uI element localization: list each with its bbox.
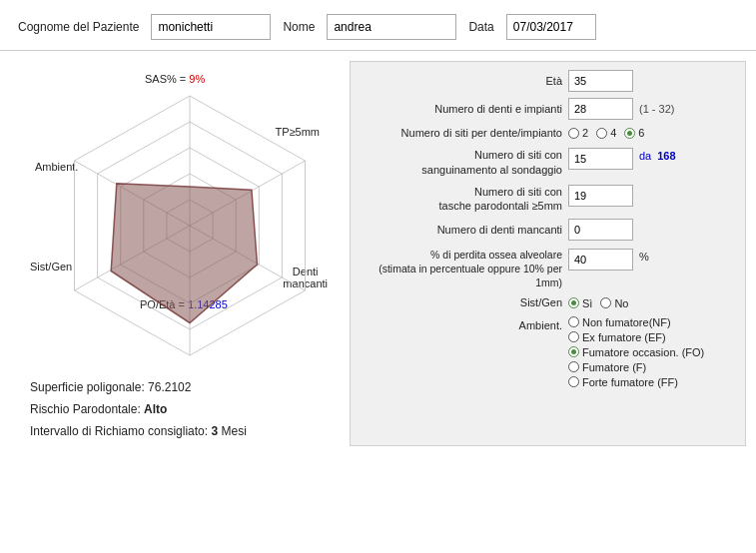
smoke-radio-fo[interactable]: [568, 346, 579, 357]
sistgen-radio-no[interactable]: [600, 297, 611, 308]
smoking-options: Non fumatore(NF) Ex fumatore (EF) Fumato…: [568, 316, 704, 388]
denti-impianti-hint: (1 - 32): [639, 103, 674, 115]
smoke-radio-nf[interactable]: [568, 316, 579, 327]
ambient-form-label: Ambient.: [363, 316, 562, 332]
smoke-option-nf[interactable]: Non fumatore(NF): [568, 316, 704, 328]
tasche-input[interactable]: [568, 185, 633, 207]
sistgen-option-si[interactable]: Sì: [568, 297, 592, 309]
siti-row: Numero di siti per dente/impianto 2 4 6: [363, 126, 733, 140]
percent-sign: %: [639, 251, 649, 263]
mancanti-form-label: Numero di denti mancanti: [363, 223, 562, 237]
smoke-radio-ef[interactable]: [568, 331, 579, 342]
data-label: Data: [468, 20, 493, 34]
rischio-value: Alto: [144, 402, 167, 416]
superficie-value: 76.2102: [148, 380, 191, 394]
mancanti-input[interactable]: [568, 219, 633, 241]
denti-impianti-row: Numero di denti e impianti (1 - 32): [363, 98, 733, 120]
eta-label: Età: [363, 74, 562, 88]
sistgen-option-no[interactable]: No: [600, 297, 628, 309]
siti-radio-6[interactable]: [624, 128, 635, 139]
sistgen-label-si: Sì: [582, 297, 592, 309]
perdita-label: % di perdita ossea alveolare(stimata in …: [363, 247, 562, 289]
sistgen-radio-group: Sì No: [568, 297, 628, 309]
sistgen-row: Sist/Gen Sì No: [363, 295, 733, 309]
sanguinamento-total: 168: [657, 150, 675, 162]
svg-marker-11: [111, 184, 257, 323]
smoke-radio-ff[interactable]: [568, 376, 579, 387]
sanguinamento-label: Numero di siti consanguinamento al sonda…: [363, 146, 562, 177]
intervallo-line: Intervallo di Richiamo consigliato: 3 Me…: [30, 424, 340, 438]
siti-radio-2[interactable]: [568, 128, 579, 139]
sanguinamento-input[interactable]: [568, 148, 633, 170]
smoke-label-nf: Non fumatore(NF): [582, 316, 671, 328]
da-label: da: [639, 150, 651, 162]
siti-label-6: 6: [638, 127, 644, 139]
smoke-label-fo: Fumatore occasion. (FO): [582, 346, 704, 358]
right-panel: Età Numero di denti e impianti (1 - 32) …: [350, 61, 746, 446]
siti-label-4: 4: [610, 127, 616, 139]
superficie-line: Superficie poligonale: 76.2102: [30, 380, 340, 394]
sistgen-radio-si[interactable]: [568, 297, 579, 308]
bottom-stats: Superficie poligonale: 76.2102 Rischio P…: [10, 370, 350, 438]
denti-impianti-label: Numero di denti e impianti: [363, 102, 562, 116]
perdita-input[interactable]: [568, 249, 633, 271]
mancanti-row: Numero di denti mancanti: [363, 219, 733, 241]
smoke-option-ff[interactable]: Forte fumatore (FF): [568, 376, 704, 388]
smoke-option-fo[interactable]: Fumatore occasion. (FO): [568, 346, 704, 358]
denti-impianti-input[interactable]: [568, 98, 633, 120]
smoke-label-ff: Forte fumatore (FF): [582, 376, 678, 388]
tasche-row: Numero di siti contasche parodontali ≥5m…: [363, 183, 733, 214]
nome-input[interactable]: [327, 14, 456, 40]
siti-label: Numero di siti per dente/impianto: [363, 126, 562, 140]
ambient-row: Ambient. Non fumatore(NF) Ex fumatore (E…: [363, 316, 733, 388]
cognome-input[interactable]: [151, 14, 271, 40]
intervallo-label: Intervallo di Richiamo consigliato:: [30, 424, 208, 438]
sas-label: SAS% = 9%: [145, 73, 205, 85]
smoke-option-f[interactable]: Fumatore (F): [568, 361, 704, 373]
radar-svg: [50, 91, 330, 360]
smoke-option-ef[interactable]: Ex fumatore (EF): [568, 331, 704, 343]
siti-radio-4[interactable]: [596, 128, 607, 139]
siti-radio-group: 2 4 6: [568, 127, 644, 139]
rischio-label: Rischio Parodontale:: [30, 402, 141, 416]
nome-label: Nome: [283, 20, 315, 34]
siti-option-4[interactable]: 4: [596, 127, 616, 139]
smoke-label-ef: Ex fumatore (EF): [582, 331, 666, 343]
left-panel: SAS% = 9% TP≥5mm Dentimancanti PO/Età = …: [10, 61, 350, 446]
sistgen-label-no: No: [614, 297, 628, 309]
tasche-label: Numero di siti contasche parodontali ≥5m…: [363, 183, 562, 214]
eta-row: Età: [363, 70, 733, 92]
siti-label-2: 2: [582, 127, 588, 139]
sistgen-label: Sist/Gen: [363, 295, 562, 309]
eta-input[interactable]: [568, 70, 633, 92]
intervallo-unit: Mesi: [221, 424, 246, 438]
superficie-label: Superficie poligonale:: [30, 380, 145, 394]
sanguinamento-row: Numero di siti consanguinamento al sonda…: [363, 146, 733, 177]
smoke-label-f: Fumatore (F): [582, 361, 646, 373]
siti-option-6[interactable]: 6: [624, 127, 644, 139]
siti-option-2[interactable]: 2: [568, 127, 588, 139]
rischio-line: Rischio Parodontale: Alto: [30, 402, 340, 416]
intervallo-num: 3: [211, 424, 218, 438]
header: Cognome del Paziente Nome Data: [0, 0, 756, 51]
main-content: SAS% = 9% TP≥5mm Dentimancanti PO/Età = …: [0, 51, 756, 456]
radar-chart: SAS% = 9% TP≥5mm Dentimancanti PO/Età = …: [30, 71, 330, 370]
data-input[interactable]: [506, 14, 596, 40]
perdita-row: % di perdita ossea alveolare(stimata in …: [363, 247, 733, 289]
smoke-radio-f[interactable]: [568, 361, 579, 372]
cognome-label: Cognome del Paziente: [18, 20, 139, 34]
